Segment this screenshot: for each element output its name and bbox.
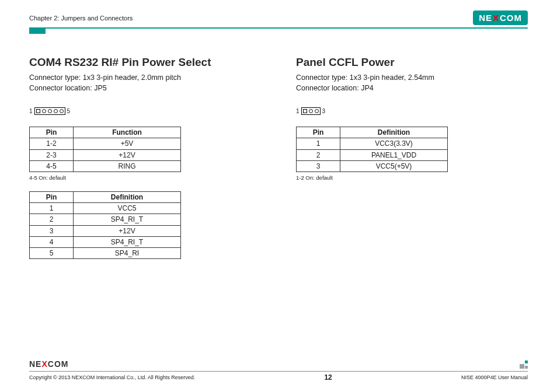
table-cell: +12V [74,225,181,236]
table-cell: 3 [30,225,74,236]
table-header: Definition [74,192,181,203]
table-row: 1VCC5 [30,203,181,214]
left-definition-table-body: 1VCC52SP4_RI_T3+12V4SP4_RI_T5SP4_RI [30,203,181,259]
left-desc-line1: Connector type: 1x3 3-pin header, 2.0mm … [29,72,261,83]
table-cell: 3 [297,160,340,172]
left-column: COM4 RS232 RI# Pin Power Select Connecto… [29,56,261,261]
table-cell: 4-5 [30,160,74,172]
table-cell: 1 [297,138,340,149]
table-cell: PANEL1_VDD [340,149,448,160]
table-row: 1VCC3(3.3V) [297,138,448,149]
table-cell: SP4_RI_T [74,214,181,225]
manual-name: NISE 4000P4E User Manual [461,374,528,380]
table-header: Function [74,127,181,138]
table-row: 4-5RING [30,160,181,172]
footer-logo-x: X [41,359,47,369]
left-function-table: Pin Function 1-2+5V2-3+12V4-5RING [29,127,181,172]
left-function-note: 4-5 On: default [29,174,261,181]
table-header: Pin [30,192,74,203]
page-number: 12 [324,373,332,382]
logo-part1: NE [479,13,492,23]
right-jumper-diagram: 1 3 [296,107,325,115]
page-footer: NEXCOM Copyright © 2013 NEXCOM Internati… [29,359,528,382]
footer-logo-part2: COM [48,359,69,369]
table-row: 2SP4_RI_T [30,214,181,225]
pin-icon [315,109,319,113]
table-row: 3+12V [30,225,181,236]
jumper-right-label: 5 [67,108,71,114]
logo-x: X [492,13,500,23]
table-row: 3VCC5(+5V) [297,160,448,172]
table-cell: SP4_RI_T [74,236,181,247]
table-cell: VCC3(3.3V) [340,138,448,149]
footer-logo: NEXCOM [29,359,68,369]
table-cell: 2 [30,214,74,225]
table-cell: 2 [297,149,340,160]
pin-icon [60,109,64,113]
brand-logo: NEXCOM [473,10,528,25]
table-header: Pin [30,127,74,138]
header-bar: Chapter 2: Jumpers and Connectors NEXCOM [29,10,528,29]
pin-icon [54,109,58,113]
table-cell: 1 [30,203,74,214]
table-cell: 2-3 [30,149,74,160]
right-definition-note: 1-2 On: default [296,174,528,181]
table-cell: 5 [30,247,74,258]
table-row: 2PANEL1_VDD [297,149,448,160]
table-row: 2-3+12V [30,149,181,160]
table-row: 1-2+5V [30,138,181,149]
jumper-left-label: 1 [296,108,300,114]
table-cell: RING [74,160,181,172]
left-definition-table: Pin Definition 1VCC52SP4_RI_T3+12V4SP4_R… [29,191,181,259]
chapter-title: Chapter 2: Jumpers and Connectors [29,15,133,22]
table-cell: +12V [74,149,181,160]
pin-icon [48,109,52,113]
left-section-title: COM4 RS232 RI# Pin Power Select [29,56,261,69]
table-cell: SP4_RI [74,247,181,258]
pin-icon [42,109,46,113]
left-desc-line2: Connector location: JP5 [29,83,261,93]
table-row: 5SP4_RI [30,247,181,258]
copyright-text: Copyright © 2013 NEXCOM International Co… [29,374,195,380]
right-desc-line2: Connector location: JP4 [296,83,528,93]
jumper-right-label: 3 [322,108,326,114]
table-cell: VCC5 [74,203,181,214]
right-section-title: Panel CCFL Power [296,56,528,69]
header-accent-tab [29,28,46,34]
right-definition-table-body: 1VCC3(3.3V)2PANEL1_VDD3VCC5(+5V) [297,138,448,172]
table-cell: +5V [74,138,181,149]
footer-logo-part1: NE [29,359,41,369]
table-cell: VCC5(+5V) [340,160,448,172]
jumper-left-label: 1 [29,108,33,114]
table-header: Pin [297,127,340,138]
pin-1-icon [36,109,40,113]
jumper-box [301,107,321,115]
table-cell: 4 [30,236,74,247]
right-desc-line1: Connector type: 1x3 3-pin header, 2.54mm [296,72,528,83]
left-function-table-body: 1-2+5V2-3+12V4-5RING [30,138,181,172]
jumper-box [34,107,65,115]
pin-icon [309,109,313,113]
pin-1-icon [303,109,307,113]
right-column: Panel CCFL Power Connector type: 1x3 3-p… [296,56,528,261]
left-jumper-diagram: 1 5 [29,107,70,115]
main-content: COM4 RS232 RI# Pin Power Select Connecto… [29,56,528,261]
table-cell: 1-2 [30,138,74,149]
table-header: Definition [340,127,448,138]
table-row: 4SP4_RI_T [30,236,181,247]
right-definition-table: Pin Definition 1VCC3(3.3V)2PANEL1_VDD3VC… [296,127,448,172]
logo-part2: COM [500,13,522,23]
